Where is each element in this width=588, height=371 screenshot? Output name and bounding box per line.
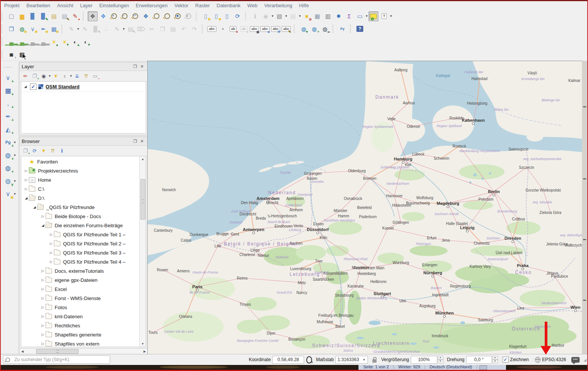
pin-unpin-labels[interactable]: ab● bbox=[239, 24, 249, 34]
float-panel-icon[interactable]: ❐ bbox=[132, 138, 139, 144]
new-spatialite-layer[interactable]: ✒✱ bbox=[38, 24, 48, 34]
add-wms-layer-dropdown-icon[interactable]: ▼ bbox=[13, 154, 16, 157]
expander-icon[interactable]: ◢ bbox=[24, 196, 29, 200]
menu-bearbeiten[interactable]: Bearbeiten bbox=[23, 2, 54, 9]
toolbar-handle[interactable] bbox=[2, 38, 5, 46]
measure-line-dropdown-icon[interactable]: ▼ bbox=[365, 14, 368, 18]
zoom-to-selection[interactable] bbox=[151, 11, 161, 21]
delete-selected[interactable]: ⌦ bbox=[136, 24, 146, 34]
run-feature-action-dropdown-icon[interactable]: ▼ bbox=[271, 14, 274, 18]
rotate-label[interactable]: abc⟳ bbox=[271, 24, 281, 34]
vertex-tool[interactable]: ✎ bbox=[112, 24, 122, 34]
local-histogram-stretch[interactable]: ▁▄▂ bbox=[6, 37, 16, 47]
deselect-features[interactable]: ■⊘ bbox=[302, 11, 312, 21]
tree-item-qgis-für-pilzfreunde-teil-2[interactable]: ▷QGIS für Pilzfreunde Teil 2 – bbox=[21, 239, 146, 248]
identify-features[interactable]: ℹ bbox=[250, 11, 260, 21]
tree-item-forst-wms-dienste[interactable]: ▷Forst - WMS-Dienste bbox=[21, 294, 146, 303]
decrease-brightness[interactable]: ☀▼ bbox=[60, 37, 69, 47]
collapse-all[interactable]: ⇈ bbox=[82, 71, 91, 80]
pan-map[interactable]: ✥ bbox=[88, 11, 98, 21]
menu-raster[interactable]: Raster bbox=[192, 2, 213, 9]
local-cumulative-stretch[interactable]: ▁▄▂ bbox=[28, 37, 38, 47]
add-raster-layer[interactable]: ▦+ bbox=[3, 85, 13, 96]
layer-item-label[interactable]: OSM Standard bbox=[46, 84, 80, 90]
save-project[interactable]: ▉ bbox=[28, 11, 38, 21]
refresh-browser[interactable]: ⟳ bbox=[30, 146, 39, 155]
expander-icon[interactable]: ▷ bbox=[40, 333, 46, 336]
menu-layer[interactable]: Layer bbox=[77, 2, 96, 9]
select-features-by-value-dropdown-icon[interactable]: ▼ bbox=[298, 14, 301, 18]
manage-map-themes[interactable]: ◉ bbox=[39, 71, 48, 80]
nominatim-search[interactable]: ◍∞ bbox=[320, 24, 330, 34]
toolbar-handle[interactable] bbox=[294, 25, 297, 33]
mouse-tracking-icon[interactable] bbox=[306, 356, 312, 363]
expander-icon[interactable]: ▷ bbox=[24, 187, 29, 191]
toggle-editing[interactable]: ✎ bbox=[80, 24, 90, 34]
tree-item-qgis-für-pilzfreunde-teil-4[interactable]: ▷QGIS für Pilzfreunde Teil 4 – bbox=[21, 257, 146, 266]
toolbar-handle[interactable] bbox=[2, 12, 5, 20]
scale-combobox[interactable]: 1:3163363 ▼ bbox=[335, 356, 368, 364]
crs-globe-icon[interactable] bbox=[535, 357, 541, 363]
map-tips[interactable] bbox=[369, 11, 378, 21]
scroll-right-icon[interactable]: ▶ bbox=[142, 350, 148, 353]
expander-icon[interactable]: ▷ bbox=[40, 296, 46, 300]
digitize-with-curve[interactable]: ∴ bbox=[101, 24, 111, 34]
plugin-import-photos[interactable]: ◙↑ bbox=[6, 50, 16, 60]
expander-icon[interactable]: ◢ bbox=[23, 85, 28, 88]
open-attribute-table[interactable]: ▦ bbox=[312, 11, 322, 21]
tree-item-kml-datenen[interactable]: ▷kml-Datenen bbox=[21, 312, 146, 321]
new-virtual-layer[interactable]: ▦✱ bbox=[49, 24, 59, 34]
add-wcs-layer[interactable]: ◍+ bbox=[3, 163, 13, 173]
layer-diagram[interactable]: ◔ bbox=[218, 24, 227, 34]
show-spatial-bookmarks[interactable]: ▯✱ bbox=[211, 11, 221, 21]
render-checkbox[interactable]: ✓ bbox=[503, 357, 509, 363]
run-feature-action[interactable]: ◉ bbox=[261, 11, 271, 21]
messages-icon[interactable]: ••• bbox=[571, 357, 580, 363]
manage-map-themes-dropdown-icon[interactable]: ▼ bbox=[48, 74, 51, 78]
add-delimited-text-layer[interactable]: ,+ bbox=[3, 98, 13, 109]
measure-line[interactable]: ▭ bbox=[355, 11, 365, 21]
new-shapefile-layer[interactable]: ∨✱ bbox=[3, 189, 13, 199]
menu-web[interactable]: Web bbox=[244, 2, 261, 9]
add-postgis-layer-dropdown-icon[interactable]: ▼ bbox=[13, 141, 16, 144]
expander-icon[interactable]: ▷ bbox=[40, 214, 46, 218]
float-panel-icon[interactable]: ❐ bbox=[132, 63, 139, 69]
search-input[interactable] bbox=[14, 357, 108, 363]
python-console[interactable]: Py bbox=[337, 24, 347, 34]
magnifier-spinner[interactable]: ▲▼ bbox=[438, 356, 443, 363]
tree-item-c[interactable]: ▷C:\ bbox=[21, 184, 146, 193]
tree-item-shapefiles-generierte[interactable]: ▷Shapefiles generierte bbox=[21, 330, 146, 339]
add-group[interactable]: ❐+ bbox=[30, 71, 39, 80]
modify-attributes[interactable]: ▤✎ bbox=[126, 24, 136, 34]
layer-labeling[interactable]: abc bbox=[207, 24, 217, 34]
paste-features[interactable]: ▤ bbox=[168, 24, 178, 34]
scroll-left-icon[interactable]: ◀ bbox=[19, 350, 25, 353]
menu-verarbeitung[interactable]: Verarbeitung bbox=[261, 2, 296, 9]
new-shapefile-layer[interactable]: ∨✱ bbox=[28, 24, 38, 34]
tree-item-rechtliches[interactable]: ▷Rechtliches bbox=[21, 321, 146, 330]
tree-item-shapfiles-von-extern[interactable]: ▷Shapfiles von extern bbox=[21, 339, 146, 347]
add-wfs-layer-dropdown-icon[interactable]: ▼ bbox=[13, 179, 16, 183]
remove-layer[interactable]: ▭− bbox=[91, 71, 100, 80]
add-mesh-layer[interactable]: ◭+ bbox=[3, 124, 13, 135]
add-wfs-layer[interactable]: ◍∨ bbox=[3, 176, 13, 186]
change-label[interactable]: abc✎ bbox=[281, 24, 291, 34]
expander-icon[interactable]: ▷ bbox=[40, 269, 46, 273]
coordinate-value[interactable]: 0.58,49.28 bbox=[272, 356, 304, 364]
text-annotation-dropdown-icon[interactable]: ▼ bbox=[389, 14, 392, 18]
show-statistics[interactable]: Σ bbox=[344, 11, 354, 21]
new-shapefile-layer-dropdown-icon[interactable]: ▼ bbox=[13, 192, 16, 196]
tree-item-home[interactable]: ▷⌂Home bbox=[21, 175, 146, 184]
toolbar-handle[interactable] bbox=[350, 25, 353, 33]
tree-item-docs-externetutorials[interactable]: ▷Docs, externeTutorials bbox=[21, 266, 146, 275]
tree-item-qgis-für-pilzfreunde[interactable]: ◢_QGIS für Pilzfreunde bbox=[21, 203, 146, 212]
menu-hilfe[interactable]: Hilfe bbox=[296, 2, 312, 9]
zoom-next[interactable]: ▶ bbox=[183, 11, 193, 21]
toolbar-handle[interactable] bbox=[83, 12, 86, 20]
magnifier-value[interactable]: 100% bbox=[411, 356, 437, 364]
copy-features[interactable]: ❐ bbox=[158, 24, 167, 34]
show-hide-labels[interactable]: abc◉ bbox=[249, 24, 259, 34]
new-spatial-bookmark[interactable]: ▯✱ bbox=[201, 11, 211, 21]
undo[interactable]: ↶ bbox=[179, 24, 189, 34]
crs-status[interactable]: EPSG:4326 bbox=[542, 357, 566, 362]
